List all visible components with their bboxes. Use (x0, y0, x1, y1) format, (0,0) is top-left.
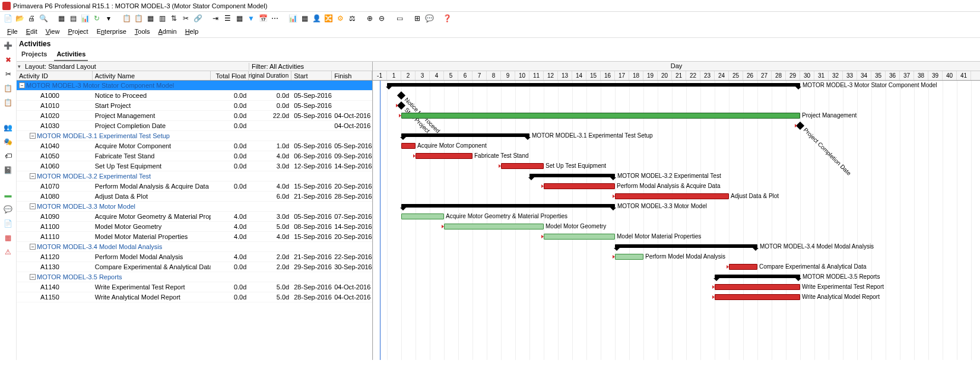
sb-add-icon[interactable]: ➕ (3, 40, 14, 51)
columns-icon[interactable]: ▥ (157, 13, 167, 24)
activity-icon[interactable]: ▦ (299, 13, 310, 24)
sb-copy-icon[interactable]: 📋 (3, 83, 14, 94)
activity-row[interactable]: A1060Set Up Test Equipment0.0d3.0d12-Sep… (17, 161, 372, 171)
activity-row[interactable]: A1040Acquire Motor Component0.0d1.0d05-S… (17, 141, 372, 151)
sb-codes-icon[interactable]: 🏷 (3, 151, 14, 161)
sb-paste-icon[interactable]: 📋 (3, 97, 14, 108)
col-start[interactable]: Start (291, 71, 332, 80)
gantt-row[interactable]: MOTOR MODEL-3.4 Model Modal Analysis (373, 242, 980, 252)
task-bar[interactable]: Acquire Motor Component (401, 143, 416, 149)
milestone[interactable]: Start Project (397, 101, 405, 110)
print-icon[interactable]: 🖨 (26, 13, 37, 24)
sort-icon[interactable]: ⇅ (169, 13, 179, 24)
sb-steps-icon[interactable]: ▬ (3, 190, 14, 200)
task-bar[interactable]: Adjust Data & Plot (615, 193, 729, 199)
task-bar[interactable]: Model Motor Geometry (444, 224, 544, 229)
task-bar[interactable]: Project Management (401, 113, 800, 119)
chart-icon[interactable]: 📊 (80, 13, 90, 24)
sb-resources-icon[interactable]: 👥 (3, 122, 14, 133)
wbs-row[interactable]: −MOTOR MODEL-3.2 Experimental Test (17, 171, 372, 181)
activity-row[interactable]: A1020Project Management0.0d22.0d05-Sep-2… (17, 111, 372, 121)
sb-cut-icon[interactable]: ✂ (3, 69, 14, 79)
col-activity-name[interactable]: Activity Name (93, 71, 211, 80)
task-bar[interactable]: Fabricate Test Stand (416, 153, 472, 159)
tab-activities[interactable]: Activities (54, 49, 88, 61)
menu-view[interactable]: View (42, 27, 64, 36)
activity-row[interactable]: A1000Notice to Proceed0.0d0.0d05-Sep-201… (17, 91, 372, 101)
refresh-icon[interactable]: ↻ (91, 13, 102, 24)
gantt-row[interactable]: MOTOR MODEL-3.3 Motor Model (373, 202, 980, 212)
activity-row[interactable]: A1080Adjust Data & Plot6.0d21-Sep-201628… (17, 192, 372, 202)
menu-tools[interactable]: Tools (131, 27, 154, 36)
wbs-row[interactable]: −MOTOR MODEL-3.3 Motor Model (17, 202, 372, 212)
activity-row[interactable]: A1030Project Completion Date0.0d04-Oct-2… (17, 121, 372, 131)
table-icon[interactable]: ▦ (145, 13, 156, 24)
tab-projects[interactable]: Projects (19, 49, 49, 61)
cut-icon[interactable]: ✂ (180, 13, 191, 24)
activity-row[interactable]: A1110Model Motor Material Properties4.0d… (17, 232, 372, 242)
menu-enterprise[interactable]: Enterprise (93, 27, 130, 36)
activity-row[interactable]: A1100Model Motor Geometry4.0d5.0d08-Sep-… (17, 222, 372, 232)
word-icon[interactable]: 💬 (424, 13, 435, 24)
gantt-row[interactable]: Model Motor Geometry (373, 222, 980, 232)
activity-row[interactable]: A1150Write Analytical Model Report0.0d5.… (17, 292, 372, 302)
gantt-row[interactable]: Acquire Motor Component (373, 141, 980, 151)
sb-exp-icon[interactable]: ▦ (3, 232, 14, 243)
gantt-row[interactable]: Fabricate Test Stand (373, 151, 980, 161)
preview-icon[interactable]: 🔍 (38, 13, 49, 24)
collapse-icon[interactable]: − (30, 133, 36, 139)
summary-bar[interactable]: MOTOR MODEL-3.4 Model Modal Analysis (615, 244, 757, 248)
menu-edit[interactable]: Edit (23, 27, 41, 36)
resource-icon[interactable]: 👤 (311, 13, 322, 24)
gantt-row[interactable]: Start Project (373, 101, 980, 111)
sb-notebook-icon[interactable]: 📓 (3, 165, 14, 176)
collapse-icon[interactable]: − (30, 173, 36, 179)
col-total-float[interactable]: Total Float (211, 71, 249, 80)
gantt-row[interactable]: Model Motor Material Properties (373, 232, 980, 242)
gantt-row[interactable]: Set Up Test Equipment (373, 161, 980, 171)
level-icon[interactable]: ⚖ (347, 13, 357, 24)
col-original-duration[interactable]: Original Duration (249, 71, 291, 80)
activity-row[interactable]: A1050Fabricate Test Stand0.0d4.0d06-Sep-… (17, 151, 372, 161)
timescale-icon[interactable]: 📅 (258, 13, 268, 24)
menu-admin[interactable]: Admin (154, 27, 180, 36)
task-bar[interactable]: Compare Experimental & Analytical Data (729, 264, 757, 270)
task-bar[interactable]: Perform Modal Analysis & Acquire Data (544, 183, 615, 189)
menu-file[interactable]: File (4, 27, 21, 36)
sb-feedback-icon[interactable]: 💬 (3, 204, 14, 215)
gantt-row[interactable]: Write Experimental Test Report (373, 282, 980, 292)
activity-row[interactable]: A1140Write Experimental Test Report0.0d5… (17, 282, 372, 292)
paste-icon[interactable]: 📋 (133, 13, 144, 24)
activity-row[interactable]: A1120Perform Model Modal Analysis4.0d2.0… (17, 252, 372, 262)
task-bar[interactable]: Perform Model Modal Analysis (615, 254, 643, 260)
new-icon[interactable]: 📄 (2, 13, 13, 24)
grid-icon[interactable]: ▤ (68, 13, 78, 24)
collapse-icon[interactable]: − (19, 82, 25, 88)
gantt-row[interactable]: MOTOR MODEL-3 Motor Stator Component Mod… (373, 81, 980, 91)
collapse-icon[interactable]: ▭ (394, 13, 405, 24)
summary-bar[interactable]: MOTOR MODEL-3.2 Experimental Test (529, 174, 615, 177)
layout-selector[interactable]: Layout: Standard Layout (17, 63, 249, 70)
activity-row[interactable]: A1090Acquire Motor Geometry & Material P… (17, 212, 372, 222)
activity-row[interactable]: A1130Compare Experimental & Analytical D… (17, 262, 372, 272)
zoom-out-icon[interactable]: ⊖ (376, 13, 387, 24)
col-activity-id[interactable]: Activity ID (17, 71, 93, 80)
gantt-row[interactable]: Project Management (373, 111, 980, 121)
gantt-row[interactable]: MOTOR MODEL-3.2 Experimental Test (373, 171, 980, 181)
col-finish[interactable]: Finish (332, 71, 372, 80)
gantt-row[interactable]: Write Analytical Model Report (373, 292, 980, 302)
dropdown-icon[interactable]: ▾ (103, 13, 114, 24)
collapse-icon[interactable]: − (30, 274, 36, 280)
gantt-row[interactable]: MOTOR MODEL-3.1 Experimental Test Setup (373, 131, 980, 141)
sb-docs-icon[interactable]: 📄 (3, 218, 14, 229)
window-icon[interactable]: ⊞ (412, 13, 423, 24)
bars-icon[interactable]: ☰ (222, 13, 233, 24)
collapse-icon[interactable]: − (30, 244, 36, 250)
copy-icon[interactable]: 📋 (121, 13, 132, 24)
trace-icon[interactable]: 🔀 (323, 13, 334, 24)
gantt-row[interactable]: Perform Modal Analysis & Acquire Data (373, 181, 980, 192)
gantt-row[interactable]: Acquire Motor Geometry & Material Proper… (373, 212, 980, 222)
task-bar[interactable]: Acquire Motor Geometry & Material Proper… (401, 213, 444, 219)
gantt-row[interactable]: Compare Experimental & Analytical Data (373, 262, 980, 272)
gantt-timescale-days[interactable]: -112345678910111213141516171819202122232… (373, 71, 980, 80)
